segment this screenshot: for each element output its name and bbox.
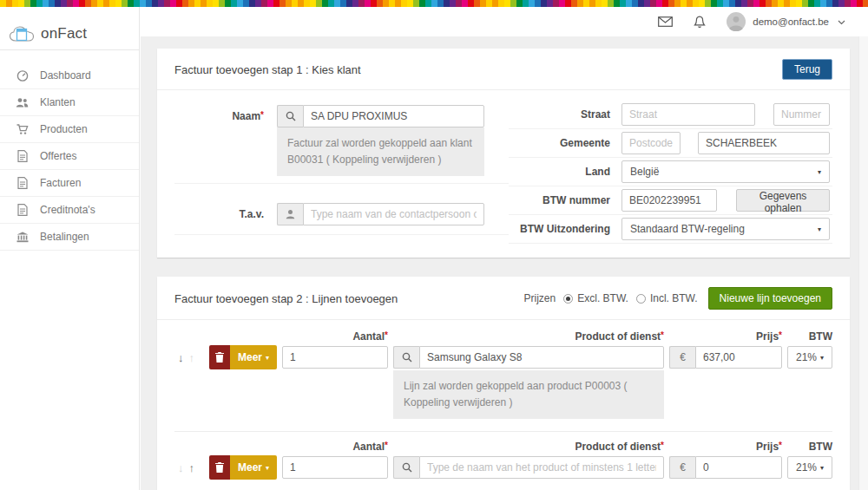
incl-btw-label: Incl. BTW.: [650, 292, 698, 304]
line-controls: ↓ ↑ Meer▾: [174, 345, 832, 369]
sidebar-item-klanten[interactable]: Klanten: [0, 89, 139, 116]
koppeling-verwijderen-link[interactable]: Koppeling verwijderen: [404, 396, 506, 408]
move-line-up-icon[interactable]: ↑: [189, 461, 195, 474]
prijzen-label: Prijzen: [524, 292, 556, 304]
excl-btw-label: Excl. BTW.: [577, 292, 628, 304]
incl-btw-radio[interactable]: [636, 294, 646, 304]
notifications-bell-icon[interactable]: [694, 16, 706, 29]
move-line-down-icon[interactable]: ↓: [178, 351, 184, 364]
prijs-input[interactable]: [695, 346, 782, 369]
line-divider: [174, 431, 832, 432]
prijs-col-label: Prijs*: [669, 330, 782, 345]
users-icon: [16, 97, 29, 108]
btw-uitzondering-label: BTW Uitzondering: [509, 223, 621, 235]
move-line-up-icon[interactable]: ↑: [189, 351, 195, 364]
meer-dropdown-button[interactable]: Meer▾: [230, 455, 277, 480]
nieuwe-lijn-button[interactable]: Nieuwe lijn toevoegen: [708, 287, 832, 310]
search-icon: [393, 346, 419, 369]
caret-down-icon: ▾: [818, 225, 821, 233]
tav-label: T.a.v.: [174, 208, 277, 220]
btw-nummer-input[interactable]: [621, 189, 717, 212]
euro-prefix: €: [669, 346, 695, 369]
step2-header: Factuur toevoegen stap 2 : Lijnen toevoe…: [157, 277, 850, 320]
tav-row: T.a.v.: [174, 194, 509, 235]
trash-icon: [215, 352, 224, 363]
meer-dropdown-button[interactable]: Meer▾: [230, 345, 277, 369]
straat-label: Straat: [509, 108, 621, 121]
step1-title: Factuur toevoegen stap 1 : Kies klant: [174, 63, 361, 76]
koppeling-verwijderen-link[interactable]: Koppeling verwijderen: [332, 154, 435, 166]
sidebar-item-facturen[interactable]: Facturen: [0, 170, 139, 197]
gemeente-input[interactable]: [698, 132, 830, 154]
sidebar-item-offertes[interactable]: Offertes: [0, 143, 139, 170]
gemeente-label: Gemeente: [509, 137, 621, 149]
move-line-down-icon[interactable]: ↓: [178, 461, 184, 474]
sidebar-item-label: Betalingen: [40, 231, 89, 243]
product-col-label: Product of dienst*: [393, 330, 664, 345]
step2-header-controls: Prijzen Excl. BTW. Incl. BTW. Nieuwe lij…: [524, 287, 832, 310]
delete-line-button[interactable]: [209, 345, 230, 369]
step1-form: Naam* Factuur zal worden gekoppeld aan k…: [157, 90, 850, 258]
klant-koppeling-info: Factuur zal worden gekoppeld aan klant B…: [277, 127, 484, 176]
invoice-line: Aantal* Product of dienst* Prijs* BTW ↓ …: [174, 330, 832, 419]
topbar-actions: demo@onfact.be: [658, 7, 845, 36]
step1-header: Factuur toevoegen stap 1 : Kies klant Te…: [157, 49, 850, 90]
postcode-input[interactable]: [621, 132, 681, 154]
avatar: [727, 12, 746, 31]
logo[interactable]: onFact: [0, 7, 139, 50]
sidebar-item-creditnotas[interactable]: Creditnota's: [0, 197, 139, 224]
user-menu[interactable]: demo@onfact.be: [727, 12, 845, 31]
caret-down-icon: ▾: [266, 354, 269, 362]
aantal-input[interactable]: [282, 456, 388, 479]
caret-down-icon: ▾: [266, 464, 269, 472]
line-labels: Aantal* Product of dienst* Prijs* BTW: [174, 441, 832, 455]
caret-down-icon: ▾: [818, 168, 821, 176]
onfact-cloud-logo-icon: [9, 24, 36, 43]
land-select[interactable]: België ▾: [621, 160, 830, 183]
logo-text: onFact: [41, 25, 87, 42]
aantal-input[interactable]: [282, 346, 388, 369]
sidebar-nav: Dashboard Klanten Producten Offertes: [0, 50, 139, 251]
sidebar: onFact Dashboard Klanten Producten: [0, 7, 140, 490]
search-icon: [277, 105, 303, 127]
step2-panel: Factuur toevoegen stap 2 : Lijnen toevoe…: [157, 277, 850, 490]
product-search-input[interactable]: [419, 346, 664, 369]
btw-uitzondering-select[interactable]: Standaard BTW-regeling ▾: [621, 218, 830, 240]
sidebar-item-dashboard[interactable]: Dashboard: [0, 62, 139, 89]
btw-select[interactable]: 21% ▾: [787, 456, 832, 479]
excl-btw-radio[interactable]: [563, 294, 573, 304]
prijs-input[interactable]: [695, 456, 782, 479]
naam-label: Naam*: [174, 105, 277, 122]
btw-uitzondering-row: BTW Uitzondering Standaard BTW-regeling …: [509, 215, 832, 244]
product-col-label: Product of dienst*: [393, 441, 664, 455]
messages-icon[interactable]: [658, 16, 673, 27]
btw-select[interactable]: 21% ▾: [787, 346, 832, 369]
straat-input[interactable]: [621, 103, 755, 126]
aantal-col-label: Aantal*: [282, 441, 388, 455]
gegevens-ophalen-button[interactable]: Gegevens ophalen: [736, 189, 830, 212]
sidebar-item-label: Offertes: [40, 150, 76, 162]
step1-panel: Factuur toevoegen stap 1 : Kies klant Te…: [157, 49, 850, 258]
btw-nummer-label: BTW nummer: [509, 194, 621, 206]
sidebar-item-producten[interactable]: Producten: [0, 116, 139, 143]
contactpersoon-input[interactable]: [303, 203, 484, 225]
btw-nummer-row: BTW nummer Gegevens ophalen: [509, 186, 832, 215]
sidebar-item-label: Klanten: [40, 96, 76, 108]
search-icon: [393, 456, 419, 479]
prijs-col-label: Prijs*: [669, 441, 782, 455]
naam-row: Naam* Factuur zal worden gekoppeld aan k…: [174, 101, 509, 184]
sidebar-item-label: Creditnota's: [40, 204, 95, 216]
sidebar-item-betalingen[interactable]: Betalingen: [0, 224, 139, 251]
land-row: Land België ▾: [509, 158, 832, 186]
rainbow-topbar: [0, 0, 868, 7]
scrollbar-track[interactable]: [858, 36, 868, 490]
delete-line-button[interactable]: [209, 455, 230, 480]
document-icon: [16, 204, 29, 216]
product-search-input[interactable]: [419, 456, 664, 479]
step1-right-column: Straat Gemeente Land: [509, 101, 832, 244]
klant-naam-input[interactable]: [303, 105, 484, 127]
nummer-input[interactable]: [773, 103, 830, 126]
sidebar-item-label: Producten: [40, 123, 88, 135]
back-button[interactable]: Terug: [782, 59, 832, 80]
user-icon: [277, 203, 303, 225]
